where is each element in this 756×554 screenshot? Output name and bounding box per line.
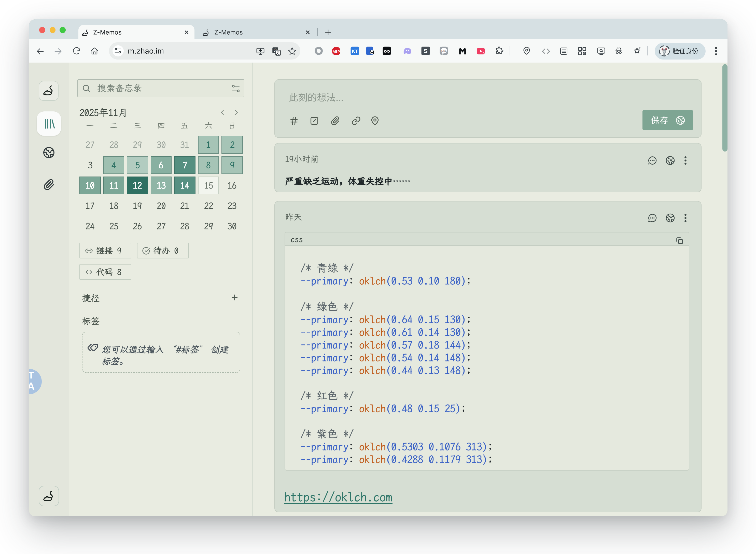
svg-text:KT: KT [352,49,358,54]
svg-text:ABP: ABP [333,49,340,53]
